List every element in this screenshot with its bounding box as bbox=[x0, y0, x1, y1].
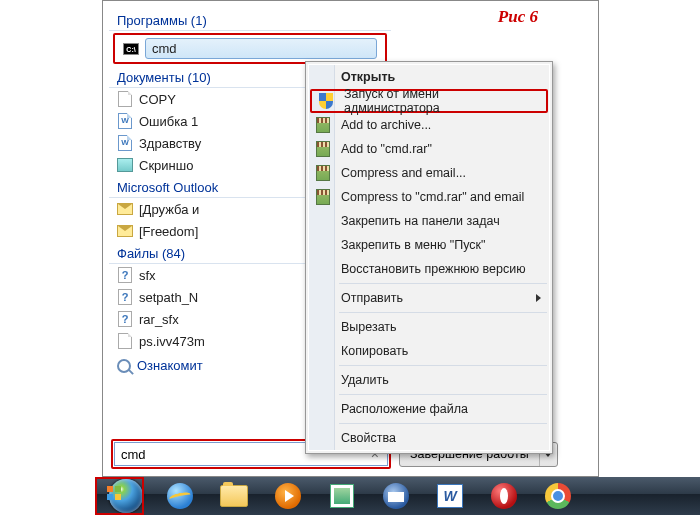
folder-icon bbox=[220, 485, 248, 507]
cm-label: Add to "cmd.rar" bbox=[341, 142, 432, 156]
word-doc-icon: W bbox=[117, 113, 133, 129]
taskbar: W bbox=[95, 477, 700, 515]
cm-add-archive[interactable]: Add to archive... bbox=[309, 113, 549, 137]
start-button[interactable] bbox=[100, 479, 152, 513]
cm-cut[interactable]: Вырезать bbox=[309, 315, 549, 339]
cmd-icon: C:\ bbox=[123, 41, 139, 57]
cm-copy[interactable]: Копировать bbox=[309, 339, 549, 363]
word-icon: W bbox=[437, 484, 463, 508]
cm-compress-email[interactable]: Compress and email... bbox=[309, 161, 549, 185]
mail-icon bbox=[117, 201, 133, 217]
result-cmd[interactable]: C:\ cmd bbox=[113, 33, 387, 64]
thunderbird-icon bbox=[383, 483, 409, 509]
media-player-icon bbox=[275, 483, 301, 509]
chevron-right-icon bbox=[536, 294, 541, 302]
help-icon: ? bbox=[117, 267, 133, 283]
cm-send-to[interactable]: Отправить bbox=[309, 286, 549, 310]
cm-add-cmdrar[interactable]: Add to "cmd.rar" bbox=[309, 137, 549, 161]
start-menu-panel: Рис 6 Программы (1) C:\ cmd Документы (1… bbox=[102, 0, 599, 477]
taskbar-opera[interactable] bbox=[478, 479, 530, 513]
file-label: setpath_N bbox=[139, 290, 198, 305]
writer-icon bbox=[330, 484, 354, 508]
doc-label: Здравству bbox=[139, 136, 201, 151]
file-label: rar_sfx bbox=[139, 312, 179, 327]
taskbar-ie[interactable] bbox=[154, 479, 206, 513]
taskbar-word[interactable]: W bbox=[424, 479, 476, 513]
cm-separator bbox=[339, 365, 547, 366]
cm-label: Compress and email... bbox=[341, 166, 466, 180]
cm-separator bbox=[339, 283, 547, 284]
cm-separator bbox=[339, 394, 547, 395]
see-more-label: Ознакомит bbox=[137, 358, 203, 373]
rar-icon bbox=[315, 189, 331, 205]
cm-label: Compress to "cmd.rar" and email bbox=[341, 190, 524, 204]
cm-pin-start[interactable]: Закрепить в меню "Пуск" bbox=[309, 233, 549, 257]
doc-label: Ошибка 1 bbox=[139, 114, 198, 129]
cm-separator bbox=[339, 423, 547, 424]
cm-label: Свойства bbox=[341, 431, 396, 445]
cm-label: Удалить bbox=[341, 373, 389, 387]
context-menu: Открыть Запуск от имени администратора A… bbox=[305, 61, 553, 454]
shield-icon bbox=[318, 93, 334, 109]
opera-icon bbox=[491, 483, 517, 509]
section-programs: Программы (1) bbox=[109, 9, 391, 31]
cm-label: Закрепить на панели задач bbox=[341, 214, 500, 228]
search-icon bbox=[117, 359, 131, 373]
cm-pin-taskbar[interactable]: Закрепить на панели задач bbox=[309, 209, 549, 233]
cm-label: Расположение файла bbox=[341, 402, 468, 416]
cm-label: Закрепить в меню "Пуск" bbox=[341, 238, 485, 252]
cm-file-location[interactable]: Расположение файла bbox=[309, 397, 549, 421]
taskbar-wmp[interactable] bbox=[262, 479, 314, 513]
ie-icon bbox=[167, 483, 193, 509]
cm-compress-cmd-email[interactable]: Compress to "cmd.rar" and email bbox=[309, 185, 549, 209]
cm-properties[interactable]: Свойства bbox=[309, 426, 549, 450]
rar-icon bbox=[315, 117, 331, 133]
mail-label: [Freedom] bbox=[139, 224, 198, 239]
taskbar-writer[interactable] bbox=[316, 479, 368, 513]
cm-label: Копировать bbox=[341, 344, 408, 358]
mail-icon bbox=[117, 223, 133, 239]
taskbar-chrome[interactable] bbox=[532, 479, 584, 513]
cm-delete[interactable]: Удалить bbox=[309, 368, 549, 392]
file-icon bbox=[117, 333, 133, 349]
result-cmd-label: cmd bbox=[145, 38, 377, 59]
chrome-icon bbox=[545, 483, 571, 509]
taskbar-explorer[interactable] bbox=[208, 479, 260, 513]
rar-icon bbox=[315, 165, 331, 181]
rar-icon bbox=[315, 141, 331, 157]
cm-label: Отправить bbox=[341, 291, 403, 305]
doc-label: COPY bbox=[139, 92, 176, 107]
cm-run-as-admin[interactable]: Запуск от имени администратора bbox=[310, 89, 548, 113]
taskbar-thunderbird[interactable] bbox=[370, 479, 422, 513]
image-icon bbox=[117, 157, 133, 173]
doc-icon bbox=[117, 91, 133, 107]
cm-label: Add to archive... bbox=[341, 118, 431, 132]
cm-label: Вырезать bbox=[341, 320, 397, 334]
word-doc-icon: W bbox=[117, 135, 133, 151]
cm-label: Открыть bbox=[341, 70, 395, 84]
help-icon: ? bbox=[117, 289, 133, 305]
windows-orb-icon bbox=[109, 479, 143, 513]
cm-restore-prev[interactable]: Восстановить прежнюю версию bbox=[309, 257, 549, 281]
file-label: ps.ivv473m bbox=[139, 334, 205, 349]
doc-label: Скриншо bbox=[139, 158, 193, 173]
cm-label: Восстановить прежнюю версию bbox=[341, 262, 526, 276]
cm-open[interactable]: Открыть bbox=[309, 65, 549, 89]
mail-label: [Дружба и bbox=[139, 202, 199, 217]
cm-separator bbox=[339, 312, 547, 313]
help-icon: ? bbox=[117, 311, 133, 327]
file-label: sfx bbox=[139, 268, 156, 283]
cm-label: Запуск от имени администратора bbox=[344, 87, 536, 115]
